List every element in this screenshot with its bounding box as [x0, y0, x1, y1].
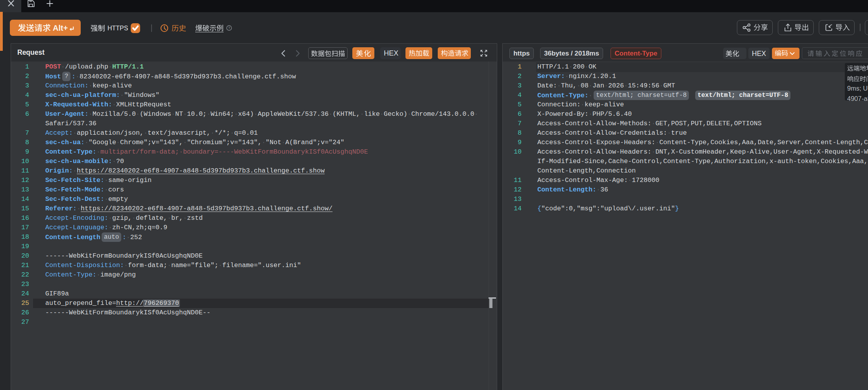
svg-text:?: ?: [228, 26, 230, 30]
